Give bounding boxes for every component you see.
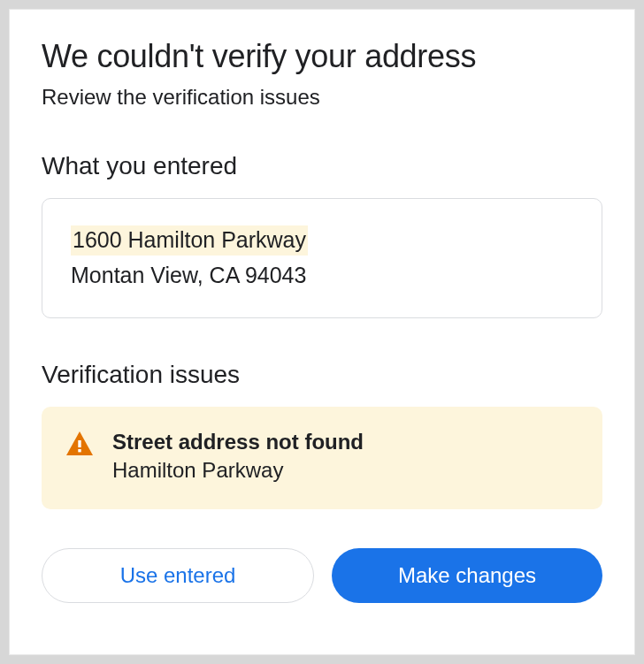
verification-issue-box: Street address not found Hamilton Parkwa… — [42, 407, 602, 509]
entered-address-line2: Montan View, CA 94043 — [71, 261, 573, 291]
address-verification-dialog: We couldn't verify your address Review t… — [9, 9, 635, 655]
entered-section-label: What you entered — [42, 152, 602, 180]
dialog-title: We couldn't verify your address — [42, 36, 602, 76]
issue-title: Street address not found — [112, 430, 364, 454]
entered-address-box: 1600 Hamilton Parkway Montan View, CA 94… — [42, 198, 602, 318]
issue-detail: Hamilton Parkway — [112, 458, 364, 483]
svg-rect-1 — [78, 449, 80, 452]
entered-address-line1: 1600 Hamilton Parkway — [71, 225, 308, 256]
warning-icon — [66, 431, 93, 459]
button-row: Use entered Make changes — [42, 548, 602, 603]
dialog-subtitle: Review the verification issues — [42, 85, 602, 110]
issues-section-label: Verification issues — [42, 361, 602, 389]
use-entered-button[interactable]: Use entered — [42, 548, 314, 603]
issue-text: Street address not found Hamilton Parkwa… — [112, 430, 364, 483]
make-changes-button[interactable]: Make changes — [332, 548, 602, 603]
svg-rect-0 — [78, 440, 80, 447]
